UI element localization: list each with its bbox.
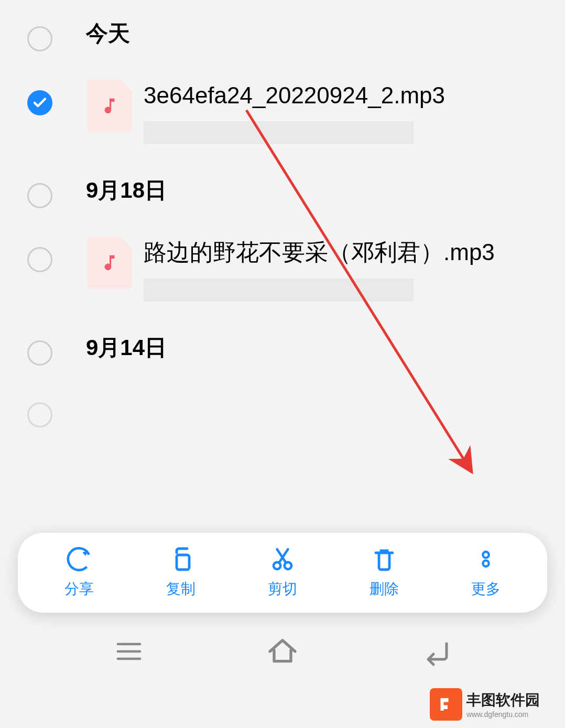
file-name: 路边的野花不要采（邓利君）.mp3 [144,237,529,267]
nav-menu-button[interactable] [111,638,147,665]
menu-icon [114,637,144,666]
watermark-logo-icon [430,688,462,721]
music-note-icon [100,253,119,273]
more-button[interactable]: 更多 [435,544,537,599]
home-icon [266,635,299,668]
file-name: 3e64efa24_20220924_2.mp3 [144,80,529,111]
more-label: 更多 [471,579,501,599]
svg-point-4 [483,561,488,566]
delete-label: 删除 [370,579,399,599]
checkbox-checked[interactable] [27,90,52,115]
nav-home-button[interactable] [264,638,301,665]
navigation-bar [0,625,565,678]
file-row[interactable]: 3e64efa24_20220924_2.mp3 [0,67,565,157]
cut-button[interactable]: 剪切 [232,544,333,599]
file-row-partial[interactable] [0,381,565,427]
checkbox-unchecked[interactable] [27,183,52,208]
share-button[interactable]: 分享 [28,544,130,599]
svg-rect-0 [177,555,189,570]
check-icon [32,95,48,111]
share-label: 分享 [64,579,94,599]
music-file-icon [87,80,132,132]
file-list: 今天 3e64efa24_20220924_2.mp3 9月18日 [0,0,565,427]
group-label: 9月14日 [86,333,167,362]
cut-label: 剪切 [268,579,297,599]
checkbox-unchecked[interactable] [27,247,52,272]
cut-icon [268,544,297,574]
checkbox-unchecked[interactable] [27,340,52,366]
watermark: 丰图软件园 www.dgfengtu.com [423,681,565,728]
checkbox-unchecked[interactable] [27,402,52,427]
file-row[interactable]: 路边的野花不要采（邓利君）.mp3 [0,224,565,314]
watermark-url: www.dgfengtu.com [466,710,540,719]
copy-button[interactable]: 复制 [130,544,232,599]
group-header[interactable]: 9月18日 [0,157,565,224]
group-label: 9月18日 [86,176,167,205]
file-meta-placeholder [144,121,414,144]
share-icon [64,544,94,574]
trash-icon [370,544,399,574]
more-icon [471,544,501,574]
group-header[interactable]: 9月14日 [0,314,565,381]
group-label: 今天 [86,19,130,48]
delete-button[interactable]: 删除 [333,544,435,599]
checkbox-unchecked[interactable] [27,26,52,51]
group-header[interactable]: 今天 [0,0,565,67]
back-icon [420,636,452,667]
music-note-icon [100,96,119,116]
music-file-icon [87,237,132,289]
watermark-title: 丰图软件园 [466,690,540,710]
nav-back-button[interactable] [418,638,454,665]
copy-label: 复制 [166,579,195,599]
file-meta-placeholder [144,279,414,302]
action-panel: 分享 复制 剪切 删除 更多 [18,533,547,613]
copy-icon [166,544,195,574]
svg-point-3 [483,552,488,558]
